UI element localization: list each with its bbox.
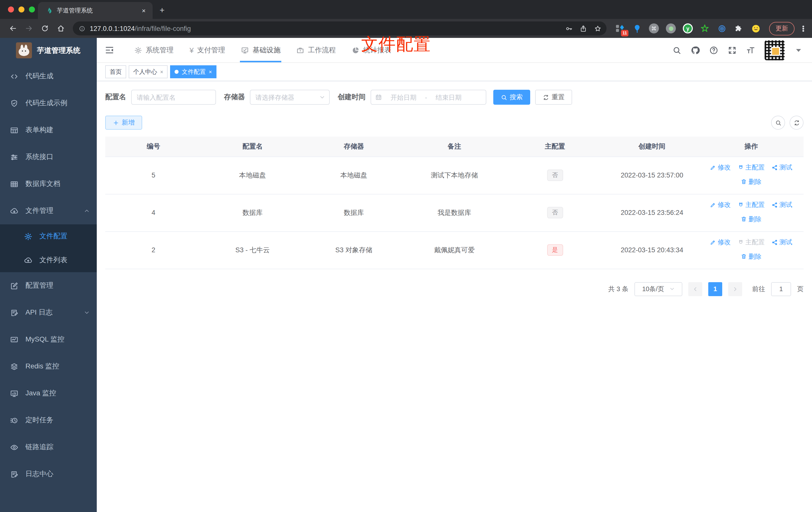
sidebar-item-code-gen[interactable]: 代码生成 xyxy=(0,63,97,90)
sidebar-item-file-list[interactable]: 文件列表 xyxy=(0,248,97,272)
extensions-puzzle-icon[interactable] xyxy=(732,22,745,35)
screen-bars-icon xyxy=(10,389,19,398)
browser-update-button[interactable]: 更新 xyxy=(769,22,794,35)
extension-balloon-icon[interactable] xyxy=(631,22,643,35)
chevron-down-icon xyxy=(84,309,90,315)
edit-link[interactable]: 修改 xyxy=(710,199,731,212)
github-icon[interactable] xyxy=(691,46,700,55)
main-area: 系统管理 ¥ 支付管理 基础设施 工作流程 xyxy=(97,38,812,512)
site-info-icon[interactable] xyxy=(79,25,85,32)
nav-item-workflow[interactable]: 工作流程 xyxy=(289,38,344,62)
app-header: 系统管理 ¥ 支付管理 基础设施 工作流程 xyxy=(97,38,812,63)
test-link[interactable]: 测试 xyxy=(772,199,792,212)
back-icon[interactable] xyxy=(6,22,20,35)
storage-select[interactable] xyxy=(250,90,330,105)
page-size-select[interactable]: 10条/页 xyxy=(634,282,682,296)
active-dot xyxy=(175,70,179,74)
browser-tab[interactable]: 芋道管理系统 × xyxy=(38,2,153,19)
tab-close-icon[interactable]: × xyxy=(140,7,148,14)
user-avatar-qr[interactable] xyxy=(764,40,785,60)
share-icon[interactable] xyxy=(580,25,587,32)
sidebar-item-mysql-monitor[interactable]: MySQL 监控 xyxy=(0,326,97,353)
delete-link[interactable]: 删除 xyxy=(741,213,761,225)
next-page-button[interactable] xyxy=(728,282,742,296)
search-button[interactable]: 搜索 xyxy=(493,90,530,105)
fullscreen-icon[interactable] xyxy=(728,46,737,55)
test-link[interactable]: 测试 xyxy=(772,161,792,174)
delete-link[interactable]: 删除 xyxy=(741,175,761,188)
add-button[interactable]: 新增 xyxy=(105,116,142,130)
cell-actions: 修改 主配置 测试 删除 xyxy=(699,231,804,269)
reload-icon[interactable] xyxy=(38,22,52,35)
config-name-input[interactable] xyxy=(131,90,216,105)
goto-page-input[interactable] xyxy=(771,282,791,296)
sidebar-item-db-doc[interactable]: 数据库文档 xyxy=(0,171,97,198)
avatar-caret-down-icon[interactable] xyxy=(794,46,803,55)
url-text[interactable]: 127.0.0.1:1024/infra/file/file-config xyxy=(90,25,558,32)
extension-star-icon[interactable] xyxy=(698,22,711,35)
sidebar-collapse-icon[interactable] xyxy=(105,46,114,55)
tag-profile[interactable]: 个人中心 × xyxy=(129,65,168,78)
forward-icon[interactable] xyxy=(22,22,36,35)
password-key-icon[interactable] xyxy=(565,25,573,32)
master-config-link[interactable]: 主配置 xyxy=(737,161,764,174)
chevron-down-icon xyxy=(669,286,675,292)
sidebar-item-form-builder[interactable]: 表单构建 xyxy=(0,117,97,144)
master-config-link[interactable]: 主配置 xyxy=(737,199,764,212)
home-icon[interactable] xyxy=(54,22,68,35)
extension-tampermonkey-icon[interactable]: 11 xyxy=(613,22,627,35)
sidebar-logo[interactable]: 芋道管理系统 xyxy=(0,38,97,63)
new-tab-button[interactable]: + xyxy=(160,5,165,16)
end-date-input[interactable] xyxy=(429,93,468,101)
sidebar: 芋道管理系统 代码生成 代码生成示例 表单构建 系统接口 xyxy=(0,38,97,512)
date-range-picker[interactable]: - xyxy=(371,90,486,105)
close-window-button[interactable] xyxy=(8,6,14,12)
sidebar-item-tracing[interactable]: 链路追踪 xyxy=(0,434,97,461)
minimize-window-button[interactable] xyxy=(19,6,24,12)
current-page-button[interactable]: 1 xyxy=(708,282,722,296)
font-size-icon[interactable] xyxy=(746,46,755,55)
profile-avatar-emoji-icon[interactable] xyxy=(749,22,762,35)
edit-link[interactable]: 修改 xyxy=(710,161,731,174)
sidebar-item-java-monitor[interactable]: Java 监控 xyxy=(0,380,97,407)
sidebar-item-file-config[interactable]: 文件配置 xyxy=(0,224,97,248)
sidebar-item-code-demo[interactable]: 代码生成示例 xyxy=(0,90,97,117)
start-date-input[interactable] xyxy=(384,93,423,101)
timer-icon xyxy=(10,416,19,424)
sidebar-item-config-management[interactable]: 配置管理 xyxy=(0,272,97,299)
sidebar-item-redis-monitor[interactable]: Redis 监控 xyxy=(0,353,97,380)
extension-y-icon[interactable]: y xyxy=(681,22,694,35)
prev-page-button[interactable] xyxy=(688,282,702,296)
date-separator: - xyxy=(425,93,427,101)
toggle-search-button[interactable] xyxy=(771,116,785,130)
sidebar-item-log-center[interactable]: 日志中心 xyxy=(0,461,97,488)
window-controls[interactable] xyxy=(8,6,35,12)
reset-button[interactable]: 重置 xyxy=(535,90,572,105)
share-nodes-icon xyxy=(772,239,778,245)
tag-file-config[interactable]: 文件配置 × xyxy=(170,65,216,78)
extension-command-icon[interactable] xyxy=(647,22,660,35)
tag-home[interactable]: 首页 xyxy=(105,65,126,78)
search-icon[interactable] xyxy=(672,46,681,55)
tag-close-icon[interactable]: × xyxy=(160,69,163,75)
sidebar-item-scheduled-tasks[interactable]: 定时任务 xyxy=(0,407,97,434)
browser-menu-kebab-icon[interactable] xyxy=(800,25,807,32)
sidebar-item-system-api[interactable]: 系统接口 xyxy=(0,144,97,171)
edit-link[interactable]: 修改 xyxy=(710,236,731,249)
nav-item-payment[interactable]: ¥ 支付管理 xyxy=(181,38,233,62)
test-link[interactable]: 测试 xyxy=(772,236,792,249)
maximize-window-button[interactable] xyxy=(29,6,35,12)
sidebar-item-file-management[interactable]: 文件管理 xyxy=(0,198,97,224)
delete-link[interactable]: 删除 xyxy=(741,250,761,263)
help-icon[interactable] xyxy=(709,46,718,55)
tag-close-icon[interactable]: × xyxy=(209,69,212,75)
bookmark-star-icon[interactable] xyxy=(594,25,602,32)
chevron-right-icon xyxy=(732,286,738,292)
nav-item-system[interactable]: 系统管理 xyxy=(126,38,181,62)
refresh-table-button[interactable] xyxy=(789,116,804,130)
address-bar[interactable]: 127.0.0.1:1024/infra/file/file-config xyxy=(73,22,607,35)
nav-item-infrastructure[interactable]: 基础设施 xyxy=(233,38,289,62)
sidebar-item-api-log[interactable]: API 日志 xyxy=(0,299,97,326)
extension-target-icon[interactable] xyxy=(715,22,728,35)
extension-gray-dot-icon[interactable] xyxy=(664,22,677,35)
